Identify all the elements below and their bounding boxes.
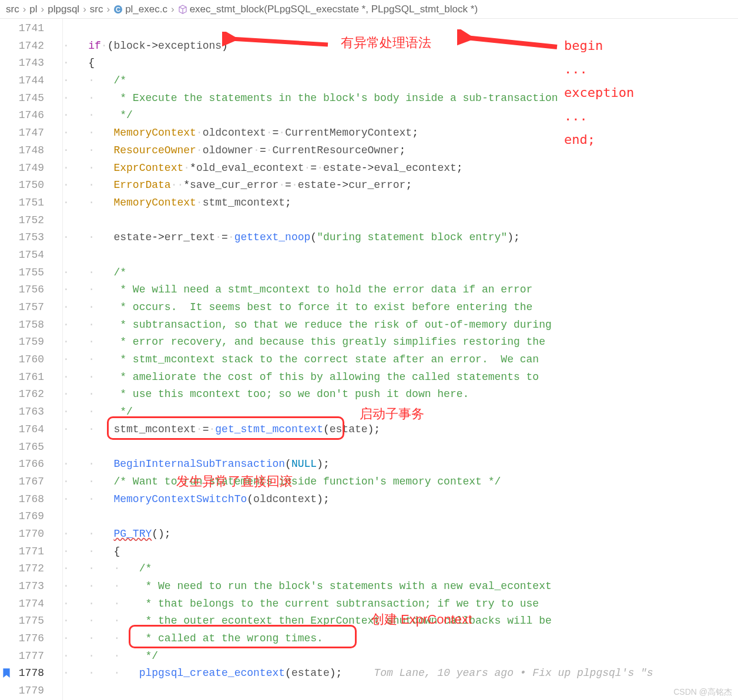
fold-gutter (50, 19, 63, 700)
breadcrumb-item[interactable]: pl (29, 4, 37, 15)
code-area[interactable]: · if·(block->exceptions)· {· · /*· · * E… (63, 19, 738, 700)
breadcrumb-item[interactable]: exec_stmt_block(PLpgSQL_execstate *, PLp… (190, 4, 478, 15)
line-number-gutter: 1741174217431744174517461747174817491750… (0, 19, 50, 700)
svg-text:C: C (116, 6, 120, 13)
cube-icon (178, 5, 187, 14)
breadcrumb-item[interactable]: plpgsql (48, 4, 79, 15)
watermark: CSDN @高铭杰 (673, 687, 732, 698)
chevron-right-icon: › (82, 4, 88, 15)
chevron-right-icon: › (22, 4, 28, 15)
breadcrumb-item[interactable]: src (90, 4, 103, 15)
breadcrumb: src › pl › plpgsql › src › C pl_exec.c ›… (0, 0, 738, 19)
breadcrumb-item[interactable]: pl_exec.c (125, 4, 167, 15)
chevron-right-icon: › (170, 4, 176, 15)
chevron-right-icon: › (40, 4, 46, 15)
bookmark-icon[interactable] (1, 668, 12, 678)
chevron-right-icon: › (105, 4, 111, 15)
code-editor[interactable]: 1741174217431744174517461747174817491750… (0, 19, 738, 700)
breadcrumb-item[interactable]: src (6, 4, 19, 15)
c-file-icon: C (113, 5, 123, 14)
